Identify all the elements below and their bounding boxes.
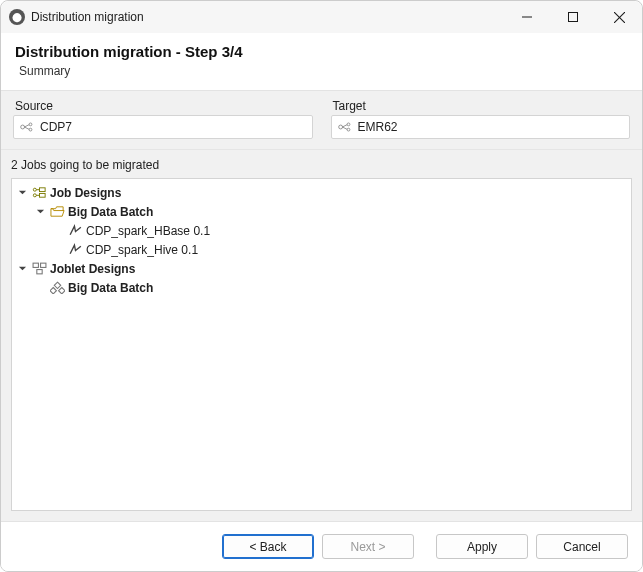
title-bar: ⬤ Distribution migration xyxy=(1,1,642,33)
tree-node-joblet-designs[interactable]: Joblet Designs xyxy=(14,259,629,278)
close-button[interactable] xyxy=(596,1,642,33)
migration-count-label: 2 Jobs going to be migrated xyxy=(1,150,642,178)
next-button: Next > xyxy=(322,534,414,559)
joblet-designs-icon xyxy=(31,262,47,276)
svg-line-8 xyxy=(24,127,29,129)
cancel-button[interactable]: Cancel xyxy=(536,534,628,559)
migration-tree: Job Designs Big Data Batch xyxy=(11,178,632,511)
svg-point-5 xyxy=(29,123,32,126)
minimize-icon xyxy=(522,12,532,22)
apply-button[interactable]: Apply xyxy=(436,534,528,559)
svg-point-11 xyxy=(347,128,350,131)
svg-point-10 xyxy=(347,123,350,126)
tree-item[interactable]: CDP_spark_Hive 0.1 xyxy=(50,240,629,259)
svg-rect-1 xyxy=(569,13,578,22)
tree-label: CDP_spark_Hive 0.1 xyxy=(86,243,198,257)
svg-point-4 xyxy=(21,125,25,129)
tree-label: Big Data Batch xyxy=(68,205,153,219)
back-button[interactable]: < Back xyxy=(222,534,314,559)
target-field: EMR62 xyxy=(331,115,631,139)
spark-job-icon xyxy=(67,243,83,257)
chevron-down-icon[interactable] xyxy=(16,263,28,275)
page-title: Distribution migration - Step 3/4 xyxy=(15,43,628,60)
tree-label: CDP_spark_HBase 0.1 xyxy=(86,224,210,238)
svg-point-9 xyxy=(338,125,342,129)
tree-label: Joblet Designs xyxy=(50,262,135,276)
app-icon: ⬤ xyxy=(9,9,25,25)
target-value: EMR62 xyxy=(358,120,398,134)
dialog-footer: < Back Next > Apply Cancel xyxy=(1,521,642,571)
window-title: Distribution migration xyxy=(31,10,144,24)
svg-rect-20 xyxy=(33,263,38,267)
job-designs-icon xyxy=(31,186,47,200)
page-subtitle: Summary xyxy=(15,64,628,78)
maximize-button[interactable] xyxy=(550,1,596,33)
svg-line-12 xyxy=(342,125,347,127)
svg-point-15 xyxy=(33,194,36,197)
components-icon xyxy=(49,281,65,295)
minimize-button[interactable] xyxy=(504,1,550,33)
tree-item[interactable]: CDP_spark_HBase 0.1 xyxy=(50,221,629,240)
svg-point-14 xyxy=(33,188,36,191)
svg-rect-16 xyxy=(39,188,45,192)
source-target-row: Source CDP7 Target EMR62 xyxy=(1,91,642,150)
chevron-down-icon[interactable] xyxy=(34,206,46,218)
target-column: Target EMR62 xyxy=(331,99,631,139)
tree-label: Big Data Batch xyxy=(68,281,153,295)
svg-line-13 xyxy=(342,127,347,129)
tree-label: Job Designs xyxy=(50,186,121,200)
tree-node-big-data-batch[interactable]: Big Data Batch xyxy=(32,278,629,297)
svg-line-7 xyxy=(24,125,29,127)
spark-job-icon xyxy=(67,224,83,238)
svg-point-6 xyxy=(29,128,32,131)
distribution-icon xyxy=(338,121,352,133)
dialog-body: 2 Jobs going to be migrated Job Designs xyxy=(1,150,642,521)
target-label: Target xyxy=(333,99,631,113)
source-column: Source CDP7 xyxy=(13,99,313,139)
chevron-down-icon[interactable] xyxy=(16,187,28,199)
tree-node-big-data-batch[interactable]: Big Data Batch xyxy=(32,202,629,221)
svg-rect-22 xyxy=(36,270,41,274)
svg-rect-17 xyxy=(39,193,45,197)
tree-node-job-designs[interactable]: Job Designs xyxy=(14,183,629,202)
maximize-icon xyxy=(568,12,578,22)
distribution-icon xyxy=(20,121,34,133)
source-label: Source xyxy=(15,99,313,113)
dialog-header: Distribution migration - Step 3/4 Summar… xyxy=(1,33,642,91)
close-icon xyxy=(614,12,625,23)
source-field: CDP7 xyxy=(13,115,313,139)
folder-open-icon xyxy=(49,205,65,219)
source-value: CDP7 xyxy=(40,120,72,134)
svg-rect-21 xyxy=(40,263,45,267)
